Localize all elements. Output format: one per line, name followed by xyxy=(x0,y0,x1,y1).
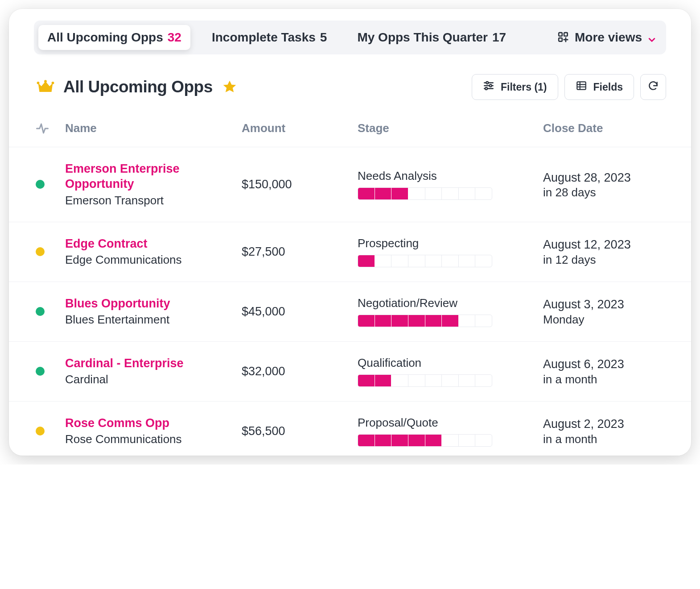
sliders-icon xyxy=(483,80,494,94)
table-body: Emerson Enterprise OpportunityEmerson Tr… xyxy=(9,147,691,452)
filters-button[interactable]: Filters (1) xyxy=(472,74,558,100)
tab-incomplete-tasks[interactable]: Incomplete Tasks 5 xyxy=(203,25,336,50)
chevron-down-icon xyxy=(647,33,656,42)
account-name: Cardinal xyxy=(65,373,242,386)
more-views-button[interactable]: More views xyxy=(558,30,660,45)
stage-progress xyxy=(358,434,492,447)
stage-label: Negotiation/Review xyxy=(358,296,543,310)
close-date-relative: in 12 days xyxy=(543,253,666,267)
close-date: August 28, 2023 xyxy=(543,170,666,186)
close-date: August 3, 2023 xyxy=(543,296,666,312)
tab-count: 32 xyxy=(168,30,181,45)
account-name: Edge Communications xyxy=(65,253,242,267)
svg-point-7 xyxy=(52,82,54,84)
close-date-relative: in a month xyxy=(543,432,666,446)
opportunity-name-link[interactable]: Rose Comms Opp xyxy=(65,416,242,431)
table-row[interactable]: Edge ContractEdge Communications$27,500P… xyxy=(9,222,691,282)
table-row[interactable]: Rose Comms OppRose Communications$56,500… xyxy=(9,402,691,452)
table-row[interactable]: Cardinal - EnterpriseCardinal$32,000Qual… xyxy=(9,342,691,402)
column-header-amount[interactable]: Amount xyxy=(242,121,358,135)
table-header: Name Amount Stage Close Date xyxy=(9,113,691,147)
fields-button[interactable]: Fields xyxy=(564,74,634,100)
tab-count: 5 xyxy=(320,30,327,45)
opportunity-name-link[interactable]: Blues Opportunity xyxy=(65,296,242,311)
status-dot xyxy=(36,427,45,436)
app-card: All Upcoming Opps 32 Incomplete Tasks 5 … xyxy=(9,9,691,456)
close-date-relative: in 28 days xyxy=(543,186,666,199)
stage-progress xyxy=(358,315,492,327)
tabs-container: All Upcoming Opps 32 Incomplete Tasks 5 … xyxy=(9,9,691,54)
amount-value: $32,000 xyxy=(242,365,358,378)
status-dot xyxy=(36,247,45,256)
close-date: August 2, 2023 xyxy=(543,416,666,432)
title-row: All Upcoming Opps Filters (1) xyxy=(9,54,691,113)
star-icon[interactable] xyxy=(222,79,238,95)
refresh-icon xyxy=(647,80,659,94)
stage-progress xyxy=(358,187,492,200)
tab-label: My Opps This Quarter xyxy=(357,30,488,45)
close-date-relative: in a month xyxy=(543,373,666,386)
svg-point-9 xyxy=(486,82,488,84)
close-date: August 6, 2023 xyxy=(543,356,666,372)
svg-point-11 xyxy=(490,85,492,87)
grid-add-icon xyxy=(558,32,569,43)
stage-label: Proposal/Quote xyxy=(358,416,543,430)
tab-all-upcoming-opps[interactable]: All Upcoming Opps 32 xyxy=(38,25,190,50)
svg-point-6 xyxy=(44,80,47,83)
account-name: Blues Entertainment xyxy=(65,313,242,327)
stage-progress xyxy=(358,374,492,387)
amount-value: $45,000 xyxy=(242,305,358,319)
refresh-button[interactable] xyxy=(640,74,666,100)
amount-value: $56,500 xyxy=(242,424,358,438)
table-row[interactable]: Blues OpportunityBlues Entertainment$45,… xyxy=(9,282,691,342)
stage-label: Prospecting xyxy=(358,236,543,250)
column-header-name[interactable]: Name xyxy=(65,121,242,135)
status-dot xyxy=(36,180,45,189)
fields-label: Fields xyxy=(593,81,623,93)
crown-icon xyxy=(36,77,55,97)
svg-rect-0 xyxy=(559,33,562,36)
stage-progress xyxy=(358,255,492,267)
column-header-close-date[interactable]: Close Date xyxy=(543,121,666,135)
close-date: August 12, 2023 xyxy=(543,236,666,253)
stage-label: Qualification xyxy=(358,356,543,370)
opportunity-name-link[interactable]: Emerson Enterprise Opportunity xyxy=(65,162,242,192)
activity-icon xyxy=(36,122,49,135)
svg-point-13 xyxy=(485,87,487,90)
tab-count: 17 xyxy=(492,30,506,45)
tab-label: All Upcoming Opps xyxy=(47,30,163,45)
opportunity-name-link[interactable]: Edge Contract xyxy=(65,236,242,252)
more-views-label: More views xyxy=(575,30,642,45)
table-icon xyxy=(576,80,587,94)
amount-value: $27,500 xyxy=(242,245,358,259)
stage-label: Needs Analysis xyxy=(358,169,543,183)
views-tabs: All Upcoming Opps 32 Incomplete Tasks 5 … xyxy=(34,21,666,54)
opportunity-name-link[interactable]: Cardinal - Enterprise xyxy=(65,356,242,371)
svg-rect-14 xyxy=(577,82,586,89)
svg-rect-2 xyxy=(559,38,562,41)
svg-rect-1 xyxy=(564,33,568,36)
tab-my-opps-this-quarter[interactable]: My Opps This Quarter 17 xyxy=(348,25,515,50)
status-dot xyxy=(36,307,45,316)
svg-point-5 xyxy=(37,82,40,84)
account-name: Rose Communications xyxy=(65,432,242,446)
table-row[interactable]: Emerson Enterprise OpportunityEmerson Tr… xyxy=(9,147,691,222)
tab-label: Incomplete Tasks xyxy=(212,30,316,45)
filters-label: Filters (1) xyxy=(501,81,547,93)
page-title: All Upcoming Opps xyxy=(63,78,213,96)
status-dot xyxy=(36,367,45,376)
amount-value: $150,000 xyxy=(242,178,358,191)
column-header-stage[interactable]: Stage xyxy=(358,121,543,135)
close-date-relative: Monday xyxy=(543,313,666,327)
account-name: Emerson Transport xyxy=(65,194,242,207)
